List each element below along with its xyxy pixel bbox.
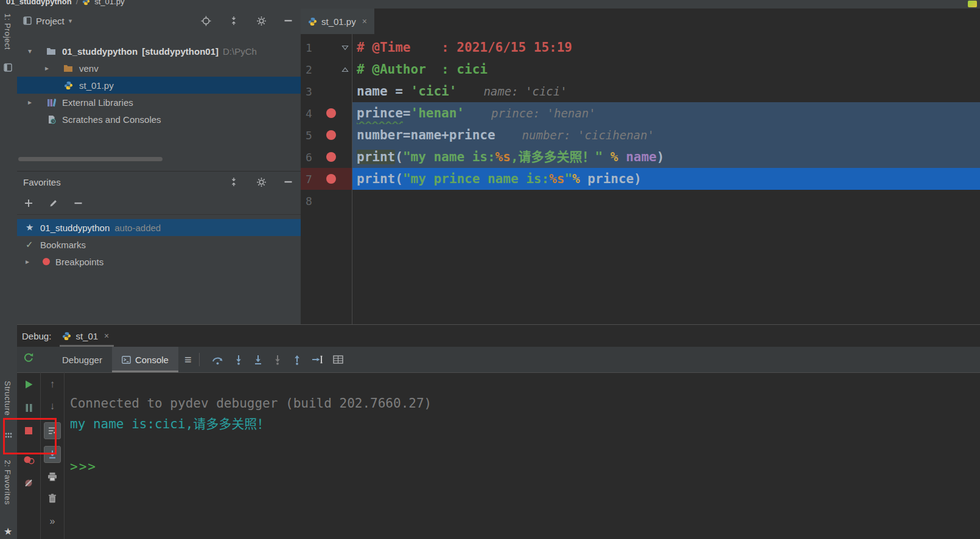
code-text[interactable]: number=name+princenumber: 'cicihenan' [352,124,980,146]
python-file-icon [62,332,71,341]
project-tool-window-icon[interactable] [4,63,12,72]
close-icon[interactable]: × [104,331,109,341]
code-text[interactable]: print("my prince name is:%s"% prince) [352,168,980,190]
scroll-to-end-icon[interactable] [44,446,61,463]
code-line[interactable]: 4prince='henan'prince: 'henan' [301,102,980,124]
pause-button[interactable] [23,402,35,414]
code-text[interactable]: # @Time : 2021/6/15 15:19 [352,37,980,58]
console-output[interactable]: Connected to pydev debugger (build 202.7… [64,372,980,539]
run-to-cursor-icon[interactable] [312,355,323,364]
tree-item-venv[interactable]: ▸ venv [17,60,301,77]
gutter: 7 [301,168,352,190]
view-breakpoints-button[interactable] [23,454,35,466]
project-view-icon [23,16,32,25]
fold-marker-icon[interactable] [338,67,352,72]
code-line[interactable]: 8 [301,190,980,212]
step-into-my-code-icon[interactable] [253,355,263,365]
libraries-icon [45,98,57,107]
chevron-collapsed-icon[interactable]: ▸ [28,98,45,106]
force-step-into-icon[interactable] [273,355,282,365]
favorites-item-project[interactable]: ★ 01_studdypython auto-added [17,219,301,236]
line-number: 3 [301,85,323,98]
print-icon[interactable] [47,470,57,483]
line-number: 8 [301,195,323,207]
code-line[interactable]: 5number=name+princenumber: 'cicihenan' [301,124,980,146]
code-text[interactable] [352,190,980,212]
favorites-item-bookmarks[interactable]: ✓ Bookmarks [17,236,301,253]
breakpoint-icon[interactable] [326,130,336,140]
line-number: 5 [301,129,323,142]
remove-icon[interactable] [74,202,82,204]
soft-wrap-icon[interactable] [44,422,61,439]
rerun-button[interactable] [23,352,35,364]
chevron-expanded-icon[interactable]: ▾ [28,47,45,55]
breadcrumb-file[interactable]: st_01.py [94,0,124,6]
resume-button[interactable] [23,378,35,391]
chevron-collapsed-icon[interactable]: ▸ [26,257,43,266]
fold-marker-icon[interactable] [338,45,352,50]
debug-panel-header: Debug: st_01 × [17,325,980,347]
gutter-separator [352,34,352,324]
tab-debugger[interactable]: Debugger [52,347,112,372]
tree-item-module: [studdypython01] [142,46,219,57]
tree-item-scratches[interactable]: Scratches and Consoles [17,111,301,128]
breadcrumb-project[interactable]: 01_studdypython [6,0,72,6]
console-line: my name is:cici,请多多关照！ [70,414,980,434]
breakpoint-icon[interactable] [326,174,336,184]
breakpoint-icon[interactable] [326,152,336,162]
gear-icon[interactable] [256,177,267,187]
tree-item-external-libraries[interactable]: ▸ External Libraries [17,94,301,111]
hide-panel-icon[interactable] [284,181,292,183]
tool-button-favorites[interactable]: 2: Favorites [3,460,12,505]
down-stack-icon[interactable]: ↓ [50,400,55,414]
favorites-star-icon[interactable]: ★ [4,526,12,537]
stop-button[interactable] [23,425,35,437]
hide-panel-icon[interactable] [284,19,292,22]
code-text[interactable]: print("my name is:%s,请多多关照！" % name) [352,146,980,168]
tab-console[interactable]: Console [112,347,178,372]
step-into-icon[interactable] [234,355,243,365]
more-actions-icon[interactable]: » [50,516,55,527]
add-icon[interactable] [24,199,33,207]
tree-item-file-selected[interactable]: st_01.py [17,77,301,94]
debug-session-tab[interactable]: st_01 × [60,325,114,347]
chevron-down-icon[interactable]: ▾ [69,17,72,25]
code-text[interactable]: prince='henan'prince: 'henan' [352,102,980,124]
project-panel-title[interactable]: Project [36,16,65,26]
code-line[interactable]: 2# @Author : cici [301,58,980,80]
code-line[interactable]: 3name = 'cici'name: 'cici' [301,80,980,102]
favorites-panel-title[interactable]: Favorites [23,177,61,187]
code-line[interactable]: 6print("my name is:%s,请多多关照！" % name) [301,146,980,168]
editor-body[interactable]: 1# @Time : 2021/6/15 15:192# @Author : c… [301,34,980,324]
edit-pencil-icon[interactable] [49,199,58,207]
close-icon[interactable]: × [362,16,367,26]
mute-breakpoints-button[interactable] [23,477,35,489]
gear-icon[interactable] [256,16,267,26]
gutter: 5 [301,124,352,146]
line-number: 4 [301,107,323,120]
horizontal-scrollbar[interactable] [18,157,163,161]
editor-lines[interactable]: 1# @Time : 2021/6/15 15:192# @Author : c… [301,37,980,212]
tool-button-project[interactable]: 1: Project [3,13,12,50]
code-line[interactable]: 7print("my prince name is:%s"% prince) [301,168,980,190]
grid-table-icon[interactable] [333,355,343,364]
trash-icon[interactable] [48,492,57,505]
layout-menu-icon[interactable]: ≡ [184,353,192,367]
locate-file-icon[interactable] [201,16,211,26]
step-out-icon[interactable] [292,355,302,365]
code-text[interactable]: name = 'cici'name: 'cici' [352,80,980,102]
collapse-all-icon[interactable] [229,16,239,26]
editor-tab[interactable]: st_01.py × [301,9,375,34]
favorites-item-breakpoints[interactable]: ▸ Breakpoints [17,253,301,270]
debug-session-tab-label: st_01 [75,331,98,341]
collapse-all-icon[interactable] [229,177,239,187]
step-over-icon[interactable] [212,355,224,365]
up-stack-icon[interactable]: ↑ [50,378,55,392]
code-text[interactable]: # @Author : cici [352,58,980,80]
tool-button-structure[interactable]: Structure [3,381,12,416]
breakpoint-icon[interactable] [326,108,336,118]
tree-item-project-root[interactable]: ▾ 01_studdypython [studdypython01] D:\Py… [17,43,301,60]
grid-dots-icon[interactable] [5,433,12,438]
code-line[interactable]: 1# @Time : 2021/6/15 15:19 [301,37,980,58]
chevron-collapsed-icon[interactable]: ▸ [45,64,62,72]
